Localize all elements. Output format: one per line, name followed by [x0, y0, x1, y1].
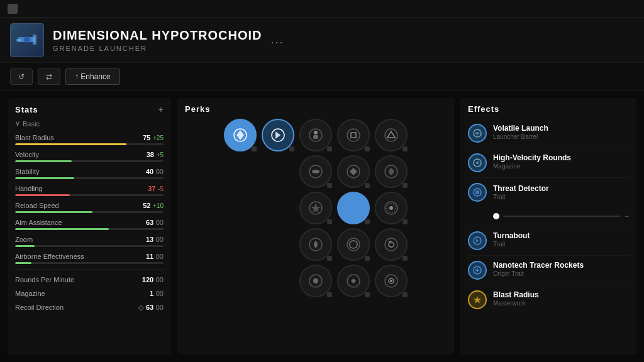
stat-magazine: Magazine 1 00: [15, 288, 164, 298]
svg-point-25: [385, 238, 397, 251]
effect-type: Trait: [493, 194, 549, 200]
effect-text-turnabout: Turnabout Trait: [493, 231, 530, 248]
slider-handle[interactable]: [493, 213, 499, 219]
effect-type: Origin Trait: [493, 270, 584, 277]
stats-title: Stats: [15, 105, 38, 114]
perk-item[interactable]: [375, 265, 408, 297]
stat-value-group: 75 +25: [143, 133, 164, 142]
perk-item[interactable]: [337, 265, 370, 297]
shuffle-button[interactable]: ⇄: [38, 69, 60, 85]
svg-point-13: [313, 278, 318, 283]
perk-item[interactable]: [337, 192, 370, 224]
effect-name: High-Velocity Rounds: [493, 153, 571, 162]
stats-add-icon[interactable]: +: [158, 104, 164, 114]
perk-item[interactable]: [375, 228, 408, 261]
slider-dash: −: [625, 212, 629, 221]
effect-name: Blast Radius: [493, 290, 539, 299]
svg-point-2: [24, 36, 30, 43]
svg-point-7: [314, 131, 318, 134]
stats-header: Stats +: [15, 104, 164, 114]
stats-section-basic[interactable]: ∨ Basic: [15, 119, 164, 128]
effect-type: Launcher Barrel: [493, 133, 548, 140]
stat-aim-assistance: Aim Assistance 63 00: [15, 217, 164, 230]
perk-item[interactable]: [375, 155, 408, 188]
perk-item[interactable]: [299, 192, 332, 224]
stat-handling: Handling 37 -5: [15, 184, 164, 196]
stat-reload-speed: Reload Speed 52 +10: [15, 200, 164, 213]
perk-item[interactable]: [337, 119, 370, 151]
stats-panel: Stats + ∨ Basic Blast Radius 75 +25 Velo…: [8, 98, 171, 354]
perks-header: Perks: [185, 104, 447, 114]
effect-type: Trait: [493, 241, 530, 248]
main-content: Stats + ∨ Basic Blast Radius 75 +25 Velo…: [0, 90, 644, 362]
perk-column-trait2: [337, 119, 370, 297]
enhance-button[interactable]: ↑ Enhance: [65, 69, 120, 85]
effect-name: Nanotech Tracer Rockets: [493, 261, 584, 270]
perk-item[interactable]: [299, 155, 332, 188]
perk-item[interactable]: [224, 119, 257, 151]
effect-volatile-launch[interactable]: Volatile Launch Launcher Barrel: [468, 119, 629, 148]
weapon-type: GRENADE LAUNCHER: [53, 45, 262, 52]
effects-panel: Effects Volatile Launch Launcher Barrel …: [460, 98, 636, 354]
effect-name: Threat Detector: [493, 184, 549, 193]
svg-point-17: [350, 205, 357, 211]
perk-item[interactable]: [299, 119, 332, 151]
svg-point-31: [475, 190, 479, 194]
stat-name: Blast Radius: [15, 134, 54, 141]
perk-column-trait1: [299, 119, 332, 297]
weapon-icon: [10, 23, 44, 57]
threat-detector-slider[interactable]: −: [468, 212, 629, 221]
effect-name: Turnabout: [493, 231, 530, 240]
effect-icon-masterwork: [468, 290, 487, 309]
stat-rounds-per-minute: Rounds Per Minute 120 00: [15, 275, 164, 284]
effect-high-velocity[interactable]: High-Velocity Rounds Magazine: [468, 148, 629, 178]
svg-point-27: [390, 280, 392, 282]
svg-point-14: [347, 129, 360, 141]
stat-airborne-effectiveness: Airborne Effectiveness 11 00: [15, 251, 164, 264]
stat-velocity: Velocity 38 +5: [15, 150, 164, 162]
effect-icon-threat-detector: [468, 183, 487, 202]
effect-icon-volatile-launch: [468, 124, 487, 143]
perk-column-barrel: [224, 119, 257, 297]
perk-item[interactable]: [375, 192, 408, 224]
effect-turnabout[interactable]: Turnabout Trait: [468, 226, 629, 256]
effect-type: Masterwork: [493, 300, 539, 307]
effect-icon-high-velocity: [468, 153, 487, 172]
chevron-icon: ∨: [15, 119, 20, 128]
perk-item[interactable]: [299, 265, 332, 297]
effect-text-high-velocity: High-Velocity Rounds Magazine: [493, 153, 571, 170]
effect-type: Magazine: [493, 163, 571, 170]
undo-button[interactable]: ↺: [10, 69, 33, 85]
perks-title: Perks: [185, 104, 210, 114]
effect-nanotech[interactable]: Nanotech Tracer Rockets Origin Trait: [468, 256, 629, 285]
perk-item[interactable]: [299, 228, 332, 261]
effects-header: Effects: [468, 104, 629, 114]
top-bar: [0, 0, 644, 18]
effect-text-threat-detector: Threat Detector Trait: [493, 184, 549, 200]
perk-item[interactable]: [337, 228, 370, 261]
perk-item[interactable]: [337, 155, 370, 188]
perks-panel: Perks: [177, 98, 454, 354]
svg-point-18: [347, 238, 360, 251]
perk-column-magazine: [262, 119, 294, 297]
effects-title: Effects: [468, 104, 499, 114]
effect-icon-turnabout: [468, 231, 487, 250]
weapon-menu-dots[interactable]: ...: [271, 33, 284, 47]
perk-item[interactable]: [375, 119, 408, 151]
perk-item[interactable]: [262, 119, 294, 151]
action-bar: ↺ ⇄ ↑ Enhance: [0, 63, 644, 90]
stat-stability: Stability 40 00: [15, 167, 164, 179]
svg-rect-3: [16, 39, 21, 41]
weapon-info: DIMENSIONAL HYPOTROCHOID GRENADE LAUNCHE…: [53, 28, 262, 52]
effect-threat-detector[interactable]: Threat Detector Trait −: [468, 178, 629, 226]
svg-rect-1: [33, 35, 36, 45]
svg-rect-8: [313, 135, 318, 139]
effect-text-volatile-launch: Volatile Launch Launcher Barrel: [493, 124, 548, 140]
stat-recoil-direction: Recoil Direction ◇ 63 00: [15, 302, 164, 312]
section-basic-label: Basic: [23, 120, 40, 128]
effect-icon-nanotech: [468, 261, 487, 280]
app-logo: [8, 4, 18, 14]
effect-blast-radius-masterwork[interactable]: Blast Radius Masterwork: [468, 285, 629, 314]
weapon-header: DIMENSIONAL HYPOTROCHOID GRENADE LAUNCHE…: [0, 18, 644, 63]
effect-text-nanotech: Nanotech Tracer Rockets Origin Trait: [493, 261, 584, 277]
